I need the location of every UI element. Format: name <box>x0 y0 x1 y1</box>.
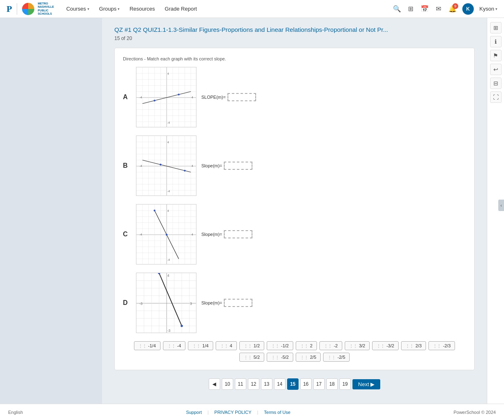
nav-grade-report[interactable]: Grade Report <box>161 3 201 14</box>
answer-tile[interactable]: ⋮⋮-2/5 <box>323 353 350 362</box>
page-button-16[interactable]: 16 <box>300 378 312 390</box>
page-button-17[interactable]: 17 <box>313 378 325 390</box>
slope-d-input[interactable] <box>224 299 252 307</box>
graph-label-b: B <box>123 162 131 169</box>
page-button-11[interactable]: 11 <box>235 378 246 390</box>
slope-c-input[interactable] <box>224 230 252 238</box>
nav-courses[interactable]: Courses ▾ <box>62 3 93 14</box>
tile-drag-icon: ⋮⋮ <box>271 355 279 360</box>
answer-tiles-container: ⋮⋮-1/4⋮⋮-4⋮⋮1/4⋮⋮4⋮⋮1/2⋮⋮-1/2⋮⋮2⋮⋮-2⋮⋮3/… <box>123 341 466 362</box>
slope-a-label: SLOPE(m)= <box>201 93 256 101</box>
main-nav: Courses ▾ Groups ▾ Resources Grade Repor… <box>62 3 393 14</box>
page-button-12[interactable]: 12 <box>248 378 259 390</box>
answer-tile[interactable]: ⋮⋮1/2 <box>239 341 264 350</box>
graph-b: 4 -4 4 -4 <box>136 136 196 196</box>
notifications-icon[interactable]: 🔔 9 <box>448 5 457 13</box>
page-button-18[interactable]: 18 <box>326 378 338 390</box>
graph-c: 4 -4 4 -4 <box>136 204 196 264</box>
side-collapse-button[interactable]: ‹ <box>498 200 504 211</box>
svg-text:4: 4 <box>167 72 169 76</box>
answer-tile[interactable]: ⋮⋮1/4 <box>188 341 213 350</box>
graph-row-b: B <box>123 136 466 196</box>
tile-drag-icon: ⋮⋮ <box>406 344 414 348</box>
page-button-19[interactable]: 19 <box>339 378 351 390</box>
user-chevron-icon: ▾ <box>495 7 497 11</box>
sidebar-left <box>0 18 102 404</box>
answer-tile[interactable]: ⋮⋮-4 <box>163 341 186 350</box>
svg-text:4: 4 <box>167 273 169 278</box>
answer-tile[interactable]: ⋮⋮3/2 <box>345 341 370 350</box>
avatar: K <box>462 3 474 15</box>
svg-point-91 <box>181 325 183 327</box>
grid-view-button[interactable]: ⊞ <box>490 22 502 33</box>
next-button[interactable]: Next ▶ <box>352 379 380 389</box>
answer-tile[interactable]: ⋮⋮2/3 <box>401 341 426 350</box>
slope-b-label: Slope(m)= <box>201 162 252 170</box>
footer-privacy-link[interactable]: PRIVACY POLICY <box>214 410 252 415</box>
svg-text:-4: -4 <box>139 164 142 168</box>
directions: Directions - Match each graph with its c… <box>123 56 466 61</box>
answer-tile[interactable]: ⋮⋮5/2 <box>239 353 264 362</box>
header-right: 🔍 ⊞ 📅 ✉ 🔔 9 K Kyson ▾ <box>393 3 497 15</box>
footer-support-link[interactable]: Support <box>186 410 202 415</box>
footer-terms-link[interactable]: Terms of Use <box>264 410 290 415</box>
svg-point-20 <box>178 93 179 95</box>
footer-copyright: PowerSchool © 2024 <box>453 410 496 415</box>
header: P METRONASHVILLEPUBLICSCHOOLS Courses ▾ … <box>0 0 504 18</box>
graph-row-c: C <box>123 204 466 264</box>
logo-letter: P <box>7 4 12 14</box>
mail-icon[interactable]: ✉ <box>435 5 443 13</box>
tile-drag-icon: ⋮⋮ <box>244 344 252 348</box>
logo: P METRONASHVILLEPUBLICSCHOOLS <box>7 2 54 16</box>
answer-tile[interactable]: ⋮⋮-3/2 <box>372 341 399 350</box>
page-button-14[interactable]: 14 <box>274 378 285 390</box>
apps-icon[interactable]: ⊞ <box>407 5 415 13</box>
tile-drag-icon: ⋮⋮ <box>220 344 228 348</box>
tile-drag-icon: ⋮⋮ <box>433 344 441 348</box>
slope-d-label: Slope(m)= <box>201 299 252 307</box>
quiz-progress: 15 of 20 <box>114 36 475 41</box>
expand-button[interactable]: ⛶ <box>490 91 502 103</box>
logo-school-text: METRONASHVILLEPUBLICSCHOOLS <box>38 2 54 16</box>
svg-text:-3: -3 <box>139 302 143 306</box>
svg-point-19 <box>154 100 155 101</box>
slope-a-input[interactable] <box>227 93 256 101</box>
pagination: ◀ 10111213141516171819 Next ▶ <box>114 378 475 390</box>
answer-tile[interactable]: ⋮⋮2 <box>296 341 317 350</box>
nav-resources[interactable]: Resources <box>125 3 159 14</box>
calculator-button[interactable]: ⊟ <box>490 78 502 89</box>
nav-groups[interactable]: Groups ▾ <box>95 3 124 14</box>
courses-chevron-icon: ▾ <box>87 7 89 11</box>
user-menu[interactable]: Kyson ▾ <box>479 6 497 12</box>
svg-text:-4: -4 <box>139 96 142 99</box>
answer-tile[interactable]: ⋮⋮-2/3 <box>428 341 455 350</box>
answer-tile[interactable]: ⋮⋮-2 <box>319 341 342 350</box>
info-button[interactable]: ℹ <box>490 36 502 47</box>
slope-b-input[interactable] <box>224 162 252 170</box>
svg-text:-4: -4 <box>139 233 142 236</box>
quiz-card: Directions - Match each graph with its c… <box>114 48 475 370</box>
search-icon[interactable]: 🔍 <box>393 5 401 13</box>
graph-row-a: A <box>123 67 466 127</box>
answer-tile[interactable]: ⋮⋮-1/2 <box>267 341 293 350</box>
answer-tile[interactable]: ⋮⋮-1/4 <box>134 341 161 350</box>
page-button-13[interactable]: 13 <box>261 378 272 390</box>
tile-drag-icon: ⋮⋮ <box>328 355 336 360</box>
answer-tile[interactable]: ⋮⋮-5/2 <box>267 353 293 362</box>
page-button-10[interactable]: 10 <box>222 378 233 390</box>
svg-line-89 <box>159 273 182 326</box>
svg-point-45 <box>184 170 185 171</box>
svg-text:-3: -3 <box>167 329 171 333</box>
answer-tile[interactable]: ⋮⋮4 <box>216 341 237 350</box>
svg-text:4: 4 <box>192 233 193 236</box>
flag-button[interactable]: ⚑ <box>490 50 502 61</box>
answer-tile[interactable]: ⋮⋮2/5 <box>296 353 321 362</box>
prev-button[interactable]: ◀ <box>209 378 220 390</box>
logo-divider <box>17 3 17 15</box>
tile-drag-icon: ⋮⋮ <box>349 344 357 348</box>
svg-text:3: 3 <box>190 302 192 306</box>
tile-drag-icon: ⋮⋮ <box>192 344 201 348</box>
undo-button[interactable]: ↩ <box>490 64 502 75</box>
page-button-15[interactable]: 15 <box>287 378 299 390</box>
calendar-icon[interactable]: 📅 <box>421 5 429 13</box>
